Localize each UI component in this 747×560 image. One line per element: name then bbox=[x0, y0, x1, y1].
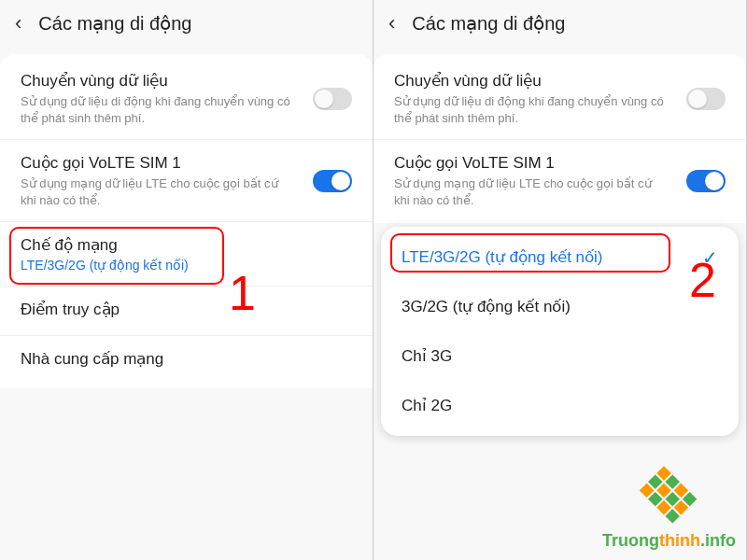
check-icon: ✓ bbox=[702, 246, 718, 269]
watermark: Truongthinh.info bbox=[602, 478, 736, 551]
row-title: Cuộc gọi VoLTE SIM 1 bbox=[21, 153, 352, 173]
row-apn[interactable]: Điểm truy cập bbox=[0, 287, 373, 336]
option-label: 3G/2G (tự động kết nối) bbox=[402, 298, 571, 315]
phone-screen-left: ‹ Các mạng di động Chuyển vùng dữ liệu S… bbox=[0, 0, 374, 560]
option-label: Chỉ 2G bbox=[402, 397, 452, 414]
settings-list: Chuyển vùng dữ liệu Sử dụng dữ liệu di đ… bbox=[0, 54, 373, 388]
row-network-mode[interactable]: Chế độ mạng LTE/3G/2G (tự động kết nối) bbox=[0, 222, 373, 287]
dropdown-option-3g2g[interactable]: 3G/2G (tự động kết nối) bbox=[381, 282, 739, 331]
row-data-roaming[interactable]: Chuyển vùng dữ liệu Sử dụng dữ liệu di đ… bbox=[0, 58, 373, 140]
dropdown-option-3g[interactable]: Chỉ 3G bbox=[381, 331, 739, 381]
network-mode-dropdown: LTE/3G/2G (tự động kết nối) ✓ 3G/2G (tự … bbox=[381, 227, 739, 436]
watermark-text: Truongthinh.info bbox=[602, 531, 736, 551]
row-volte[interactable]: Cuộc gọi VoLTE SIM 1 Sử dụng mạng dữ liệ… bbox=[374, 140, 746, 221]
toggle-data-roaming[interactable] bbox=[313, 88, 352, 110]
row-network-operator[interactable]: Nhà cung cấp mạng bbox=[0, 336, 373, 385]
row-desc: Sử dụng dữ liệu di động khi đang chuyển … bbox=[394, 93, 726, 126]
back-icon[interactable]: ‹ bbox=[15, 11, 21, 35]
header: ‹ Các mạng di động bbox=[374, 0, 746, 47]
phone-screen-right: ‹ Các mạng di động Chuyển vùng dữ liệu S… bbox=[374, 0, 747, 560]
row-title: Chế độ mạng bbox=[21, 235, 352, 255]
row-title: Điểm truy cập bbox=[21, 300, 352, 319]
row-value: LTE/3G/2G (tự động kết nối) bbox=[21, 258, 352, 273]
toggle-data-roaming[interactable] bbox=[686, 88, 726, 110]
row-data-roaming[interactable]: Chuyển vùng dữ liệu Sử dụng dữ liệu di đ… bbox=[374, 58, 746, 140]
row-volte[interactable]: Cuộc gọi VoLTE SIM 1 Sử dụng mạng dữ liệ… bbox=[0, 140, 373, 222]
back-icon[interactable]: ‹ bbox=[388, 11, 395, 35]
row-desc: Sử dụng dữ liệu di động khi đang chuyển … bbox=[21, 93, 352, 126]
dropdown-option-2g[interactable]: Chỉ 2G bbox=[381, 381, 739, 430]
settings-list: Chuyển vùng dữ liệu Sử dụng dữ liệu di đ… bbox=[374, 54, 746, 223]
option-label: LTE/3G/2G (tự động kết nối) bbox=[402, 248, 602, 266]
dropdown-option-lte[interactable]: LTE/3G/2G (tự động kết nối) ✓ bbox=[381, 232, 739, 282]
row-title: Nhà cung cấp mạng bbox=[21, 349, 352, 369]
row-desc: Sử dụng mạng dữ liệu LTE cho cuộc gọi bấ… bbox=[21, 175, 352, 208]
row-title: Cuộc gọi VoLTE SIM 1 bbox=[394, 153, 726, 173]
option-label: Chỉ 3G bbox=[402, 347, 452, 365]
page-title: Các mạng di động bbox=[38, 12, 191, 35]
row-desc: Sử dụng mạng dữ liệu LTE cho cuộc gọi bấ… bbox=[394, 175, 726, 208]
row-title: Chuyển vùng dữ liệu bbox=[21, 71, 352, 91]
row-title: Chuyển vùng dữ liệu bbox=[394, 71, 726, 91]
page-title: Các mạng di động bbox=[412, 12, 565, 35]
toggle-volte[interactable] bbox=[313, 170, 352, 192]
header: ‹ Các mạng di động bbox=[0, 0, 373, 47]
toggle-volte[interactable] bbox=[686, 170, 726, 192]
